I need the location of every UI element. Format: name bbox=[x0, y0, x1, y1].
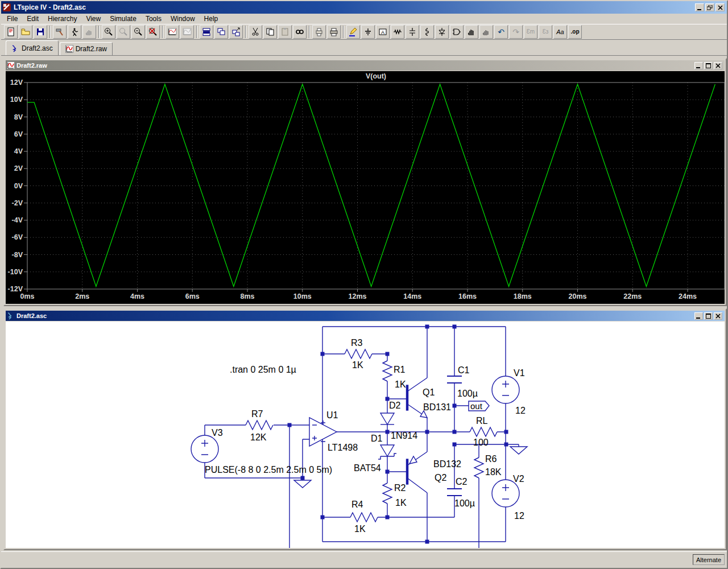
maximize-button[interactable] bbox=[704, 62, 713, 69]
tab-label: Draft2.asc bbox=[22, 44, 53, 52]
schematic-canvas[interactable]: .tran 0 25m 0 1µ PULSE(-8 8 0 2.5m 2.5m … bbox=[6, 321, 725, 548]
menu-item-help[interactable]: Help bbox=[200, 14, 223, 23]
chart-icon bbox=[168, 27, 177, 36]
resistor-R2[interactable] bbox=[383, 483, 392, 504]
minimize-button[interactable] bbox=[695, 3, 704, 11]
svg-text:D2: D2 bbox=[389, 401, 401, 410]
opamp-U1[interactable] bbox=[309, 418, 337, 446]
menu-item-hierarchy[interactable]: Hierarchy bbox=[43, 14, 81, 23]
schematic-window-title-bar[interactable]: Draft2.asc bbox=[6, 311, 725, 321]
menu-item-window[interactable]: Window bbox=[166, 14, 200, 23]
diode-D1-schottky[interactable] bbox=[378, 445, 396, 459]
folder-icon bbox=[21, 27, 30, 36]
tile-horizontal-button[interactable] bbox=[200, 25, 213, 39]
text-button[interactable]: Aa bbox=[553, 25, 567, 39]
resistor-RL[interactable] bbox=[470, 427, 497, 436]
open-file-button[interactable] bbox=[19, 25, 32, 39]
voltage-source-V1[interactable] bbox=[492, 376, 519, 403]
menu-item-file[interactable]: File bbox=[2, 14, 22, 23]
save-button[interactable] bbox=[34, 25, 47, 39]
copy-icon bbox=[266, 27, 275, 36]
zoomin-icon bbox=[104, 27, 113, 36]
resistor-R6[interactable] bbox=[474, 457, 483, 478]
svg-text:R1: R1 bbox=[394, 365, 406, 374]
inductor-button[interactable] bbox=[420, 25, 434, 39]
zoomback-icon bbox=[119, 27, 128, 36]
print-button[interactable] bbox=[327, 25, 341, 39]
resistor-R1[interactable] bbox=[383, 361, 392, 381]
restore-button[interactable] bbox=[705, 3, 714, 11]
cut-button[interactable] bbox=[249, 25, 262, 39]
spice-directive-text: .tran 0 25m 0 1µ bbox=[230, 365, 296, 374]
ground-symbol[interactable] bbox=[510, 447, 527, 454]
control-panel-button[interactable] bbox=[53, 25, 67, 39]
move-button[interactable] bbox=[465, 25, 478, 39]
run-button[interactable] bbox=[68, 25, 81, 39]
svg-text:R2: R2 bbox=[394, 483, 406, 493]
net-label-button[interactable]: A bbox=[376, 25, 390, 39]
capacitor-C2[interactable] bbox=[447, 489, 462, 496]
voltage-source-V2[interactable] bbox=[492, 480, 519, 507]
close-button[interactable] bbox=[714, 312, 722, 320]
menu-item-tools[interactable]: Tools bbox=[141, 14, 166, 23]
resistor-R7[interactable] bbox=[246, 420, 273, 430]
find-button[interactable] bbox=[293, 25, 307, 39]
svg-text:1K: 1K bbox=[395, 380, 406, 389]
component-button[interactable] bbox=[450, 25, 464, 39]
page-icon bbox=[6, 27, 15, 36]
zoom-full-extents-button[interactable] bbox=[146, 25, 160, 39]
cascade-windows-button[interactable] bbox=[214, 25, 228, 39]
diode-D2[interactable] bbox=[380, 413, 394, 424]
zoom-out-button[interactable] bbox=[131, 25, 145, 39]
plot-settings-button[interactable] bbox=[166, 25, 179, 39]
resistor-button[interactable] bbox=[391, 25, 404, 39]
transistor-Q2[interactable] bbox=[407, 452, 428, 493]
drag-button[interactable] bbox=[479, 25, 493, 39]
svg-text:R6: R6 bbox=[485, 454, 497, 464]
minimize-button[interactable] bbox=[694, 62, 703, 69]
waveform-window: Draft2.raw 12V10V8V6V4V2V0V-2V-4V-6V-8V-… bbox=[3, 58, 727, 306]
close-button[interactable] bbox=[714, 62, 722, 69]
menu-item-edit[interactable]: Edit bbox=[22, 14, 43, 23]
axis-tick-label: -10V bbox=[8, 268, 23, 276]
minimize-button[interactable] bbox=[694, 312, 703, 320]
capacitor-C1[interactable] bbox=[447, 376, 462, 383]
axis-tick-label: 12V bbox=[10, 79, 23, 86]
spice-directive-button[interactable]: .op bbox=[568, 25, 582, 39]
undo-button[interactable]: ↶ bbox=[494, 25, 508, 39]
draw-wire-button[interactable] bbox=[346, 25, 360, 39]
axis-tick-label: 0ms bbox=[20, 292, 34, 300]
voltage-source-V3[interactable] bbox=[191, 435, 218, 463]
print-preview-button[interactable] bbox=[312, 25, 326, 39]
tab-draft2-raw[interactable]: Draft2.raw bbox=[60, 42, 113, 55]
new-schematic-button[interactable] bbox=[4, 25, 18, 39]
trace-vout[interactable] bbox=[27, 84, 715, 287]
close-button[interactable] bbox=[715, 3, 725, 11]
capacitor-button[interactable] bbox=[406, 25, 419, 39]
tile-windows-button[interactable] bbox=[229, 25, 243, 39]
waveform-window-title-bar[interactable]: Draft2.raw bbox=[6, 60, 725, 71]
find-icon bbox=[295, 27, 304, 36]
menu-item-simulate[interactable]: Simulate bbox=[105, 14, 141, 23]
svg-text:V2: V2 bbox=[513, 474, 524, 484]
svg-text:BAT54: BAT54 bbox=[354, 463, 381, 473]
ground-button[interactable] bbox=[361, 25, 375, 39]
svg-text:18K: 18K bbox=[485, 467, 502, 477]
bars-icon bbox=[202, 27, 211, 36]
toolbar-separator bbox=[196, 26, 197, 38]
chartgray-icon bbox=[183, 27, 192, 36]
gndsym-icon bbox=[363, 27, 373, 36]
zoom-in-button[interactable] bbox=[102, 25, 115, 39]
tab-draft2-asc[interactable]: Draft2.asc bbox=[6, 40, 59, 55]
copy-button[interactable] bbox=[263, 25, 277, 39]
menu-item-view[interactable]: View bbox=[81, 14, 105, 23]
maximize-button[interactable] bbox=[704, 312, 713, 320]
resistor-R4[interactable] bbox=[350, 513, 378, 522]
resistor-R3[interactable] bbox=[345, 349, 372, 358]
schematic-labels: .tran 0 25m 0 1µ PULSE(-8 8 0 2.5m 2.5m … bbox=[205, 338, 526, 534]
title-bar[interactable]: LTspice IV - Draft2.asc bbox=[1, 1, 727, 14]
diode-button[interactable] bbox=[435, 25, 449, 39]
tilearr-icon bbox=[231, 27, 241, 36]
diode-icon bbox=[437, 27, 446, 36]
waveform-plot-area[interactable]: 12V10V8V6V4V2V0V-2V-4V-6V-8V-10V-12V0ms2… bbox=[6, 71, 725, 304]
